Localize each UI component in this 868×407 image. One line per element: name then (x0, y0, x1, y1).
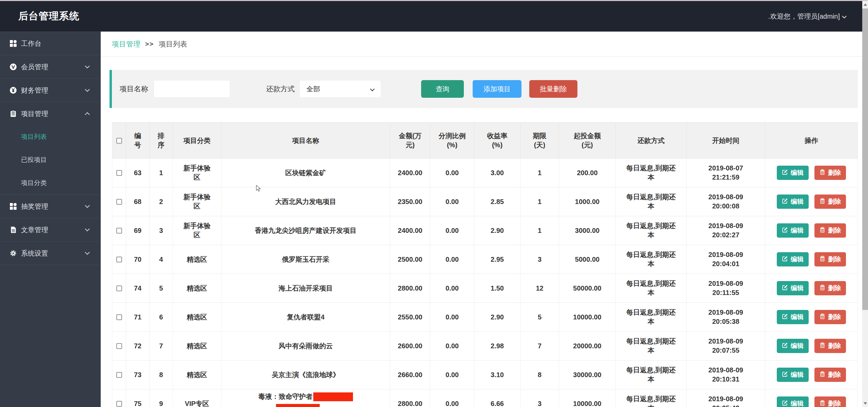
cell-rate: 3.00 (474, 159, 520, 187)
cell-start-time: 2019-08-09 20:04:01 (687, 245, 765, 274)
breadcrumb: 项目管理 >> 项目列表 (101, 32, 862, 57)
sidebar-item-invested-projects[interactable]: 已投项目 (0, 148, 101, 171)
cell-rate: 2.98 (474, 332, 520, 360)
row-checkbox[interactable] (116, 314, 122, 320)
row-checkbox[interactable] (116, 257, 122, 262)
delete-button[interactable]: 删除 (814, 310, 846, 324)
cell-start-time: 2019-08-09 20:10:31 (687, 360, 765, 389)
breadcrumb-page: 项目列表 (159, 39, 187, 49)
lottery-grid-icon (9, 203, 17, 210)
delete-button[interactable]: 删除 (814, 368, 846, 382)
delete-button[interactable]: 删除 (814, 396, 846, 407)
project-name-input[interactable] (154, 80, 230, 98)
cell-name: 毒液：致命守护者 (221, 389, 390, 407)
edit-button[interactable]: 编辑 (777, 339, 809, 353)
sidebar-item-finance[interactable]: 财务管理 (0, 78, 101, 102)
cell-sort: 3 (150, 216, 173, 245)
sidebar-item-articles[interactable]: 文章管理 (0, 218, 101, 241)
article-file-icon (9, 226, 17, 234)
cell-id: 70 (126, 245, 150, 274)
project-name-text: 海上石油开采项目 (279, 284, 333, 292)
cell-category: 新手体验 区 (173, 216, 221, 245)
sidebar-item-label: 抽奖管理 (21, 202, 48, 211)
row-checkbox[interactable] (116, 228, 122, 234)
scrollbar-down-arrow-icon[interactable] (864, 402, 867, 405)
edit-button[interactable]: 编辑 (777, 281, 809, 295)
cell-actions: 编辑 删除 (765, 216, 858, 245)
cell-start-time: 2019-08-09 20:11:55 (687, 274, 765, 302)
query-button[interactable]: 查询 (421, 80, 464, 98)
row-checkbox[interactable] (116, 372, 122, 378)
edit-button-label: 编辑 (791, 197, 804, 206)
sidebar-item-members[interactable]: 会员管理 (0, 55, 101, 78)
row-checkbox[interactable] (116, 199, 122, 205)
delete-button[interactable]: 删除 (814, 166, 846, 180)
edit-button[interactable]: 编辑 (777, 223, 809, 238)
cell-repay: 每日返息,到期还 本 (616, 360, 687, 389)
trash-icon (820, 198, 825, 206)
cell-share: 0.00 (430, 303, 474, 331)
row-checkbox[interactable] (116, 170, 122, 176)
cell-actions: 编辑 删除 (765, 389, 858, 407)
redaction-block (276, 404, 320, 407)
delete-button[interactable]: 删除 (814, 252, 846, 266)
edit-pencil-icon (782, 400, 788, 407)
column-header-start-time: 开始时间 (687, 123, 765, 158)
sidebar-item-project-list[interactable]: 项目列表 (0, 125, 101, 148)
edit-button[interactable]: 编辑 (777, 252, 809, 266)
edit-button[interactable]: 编辑 (777, 396, 809, 407)
delete-button[interactable]: 删除 (814, 223, 846, 238)
trash-icon (820, 256, 825, 263)
sidebar-item-label: 文章管理 (21, 225, 48, 235)
repay-method-select[interactable]: 全部 (299, 80, 381, 98)
delete-button[interactable]: 删除 (814, 339, 846, 353)
column-header-share: 分润比例 (%) (430, 123, 474, 158)
sidebar-item-settings[interactable]: 系统设置 (0, 241, 101, 265)
user-menu[interactable]: .欢迎您，管理员[admin] (768, 12, 847, 21)
edit-button[interactable]: 编辑 (777, 195, 809, 209)
cell-start-time: 2019-08-09 20:07:55 (687, 332, 765, 360)
edit-button-label: 编辑 (791, 255, 804, 264)
vertical-scrollbar[interactable] (862, 1, 868, 407)
cell-share: 0.00 (430, 332, 474, 360)
cell-term: 8 (520, 360, 559, 389)
cell-amount: 2400.00 (390, 216, 430, 245)
delete-button[interactable]: 删除 (814, 195, 846, 209)
edit-button[interactable]: 编辑 (777, 310, 809, 324)
sidebar-item-project-categories[interactable]: 项目分类 (0, 171, 101, 195)
cell-share: 0.00 (430, 159, 474, 187)
cell-id: 63 (126, 159, 150, 187)
sidebar-item-projects[interactable]: 项目管理 (0, 102, 101, 125)
sidebar-item-lottery[interactable]: 抽奖管理 (0, 195, 101, 218)
cell-actions: 编辑 删除 (765, 159, 858, 187)
scrollbar-up-arrow-icon[interactable] (864, 3, 867, 6)
cell-amount: 2600.00 (390, 332, 430, 360)
delete-button[interactable]: 删除 (814, 281, 846, 295)
cell-share: 0.00 (430, 360, 474, 389)
add-project-button[interactable]: 添加项目 (473, 80, 521, 98)
row-checkbox[interactable] (116, 285, 122, 291)
batch-delete-button[interactable]: 批量删除 (529, 80, 577, 98)
edit-button[interactable]: 编辑 (777, 166, 809, 180)
row-checkbox[interactable] (116, 343, 122, 349)
main-content: 项目管理 >> 项目列表 项目名称 还款方式 全部 查询 添加项目 批量删除 编… (101, 32, 862, 407)
cell-name: 香港九龙尖沙咀房产建设开发项目 (221, 216, 390, 245)
scrollbar-thumb[interactable] (862, 8, 868, 310)
cell-id: 74 (126, 274, 150, 302)
edit-pencil-icon (782, 371, 788, 379)
table-row: 69 3 新手体验 区 香港九龙尖沙咀房产建设开发项目 2400.00 0.00… (112, 216, 858, 245)
delete-button-label: 删除 (828, 197, 841, 206)
edit-button[interactable]: 编辑 (777, 368, 809, 382)
cell-amount: 2400.00 (390, 159, 430, 187)
row-checkbox[interactable] (116, 401, 122, 407)
select-all-checkbox[interactable] (116, 138, 122, 144)
column-header-repay: 还款方式 (616, 123, 687, 158)
breadcrumb-section[interactable]: 项目管理 (112, 39, 140, 49)
sidebar-item-workbench[interactable]: 工作台 (0, 32, 101, 55)
member-circle-icon (9, 63, 17, 71)
delete-button-label: 删除 (828, 255, 841, 264)
chevron-down-icon (85, 228, 90, 232)
cell-actions: 编辑 删除 (765, 187, 858, 216)
column-header-rate: 收益率 (%) (474, 123, 520, 158)
chevron-down-icon (370, 85, 375, 93)
